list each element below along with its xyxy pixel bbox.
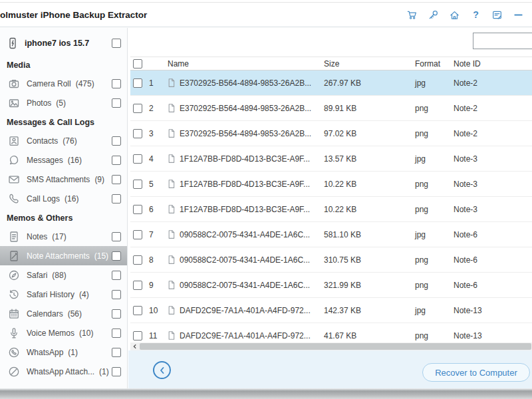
table-row[interactable]: 8090588C2-0075-4341-A4DE-1A6C...310.75 K… <box>130 247 532 273</box>
file-size: 310.75 KB <box>321 255 411 265</box>
file-name: 090588C2-0075-4341-A4DE-1A6C... <box>180 230 321 239</box>
recover-to-computer-button[interactable]: Recover to Computer <box>422 363 530 382</box>
sidebar-item-contacts[interactable]: Contacts(76) <box>0 131 127 150</box>
table-row[interactable]: 61F12A7BB-FD8D-4D13-BC3E-A9F...10.22 KBp… <box>130 197 532 222</box>
sidebar-item-checkbox[interactable] <box>112 367 121 376</box>
sidebar-item-safari[interactable]: Safari(88) <box>0 265 127 285</box>
messages-icon <box>8 154 20 166</box>
row-checkbox[interactable] <box>133 129 142 138</box>
file-size: 13.57 KB <box>321 154 411 164</box>
search-box <box>473 33 532 49</box>
sidebar-item-messages[interactable]: Messages(16) <box>0 150 127 170</box>
sidebar-item-call-logs[interactable]: Call Logs(16) <box>0 189 127 208</box>
table-row[interactable]: 9090588C2-0075-4341-A4DE-1A6C...321.99 K… <box>130 273 532 298</box>
device-checkbox[interactable] <box>112 39 121 48</box>
sidebar-item-photos[interactable]: Photos(5) <box>0 93 127 112</box>
search-input[interactable] <box>473 33 532 49</box>
column-header-name: Name <box>148 59 321 68</box>
sidebar-item-label: WhatsApp <box>27 348 63 357</box>
sidebar-item-checkbox[interactable] <box>112 329 121 338</box>
note-id: Note-6 <box>447 281 532 290</box>
sidebar-item-checkbox[interactable] <box>112 194 121 203</box>
scroll-left-button[interactable] <box>130 342 139 350</box>
row-checkbox[interactable] <box>133 306 142 315</box>
row-checkbox-cell <box>130 247 148 272</box>
table-row[interactable]: 3E3702925-B564-4894-9853-26A2B...97.02 K… <box>130 121 532 146</box>
sidebar-item-checkbox[interactable] <box>112 251 121 261</box>
table-header: Name Size Format Note ID <box>130 57 532 70</box>
sidebar-item-count: (4) <box>79 290 89 299</box>
device-row[interactable]: iphone7 ios 15.7 <box>0 31 127 55</box>
file-icon <box>162 279 180 291</box>
file-format: png <box>411 331 447 340</box>
back-button[interactable] <box>153 361 171 379</box>
sidebar-item-checkbox[interactable] <box>112 232 121 241</box>
sidebar-item-safari-history[interactable]: Safari History(4) <box>0 285 127 304</box>
file-format: png <box>411 281 447 290</box>
sidebar-item-sms-attachments[interactable]: SMS Attachments(9) <box>0 170 127 189</box>
row-checkbox-cell <box>130 298 148 323</box>
file-name: 1F12A7BB-FD8D-4D13-BC3E-A9F... <box>180 205 321 214</box>
sidebar-item-checkbox[interactable] <box>112 290 121 299</box>
sidebar-item-calendars[interactable]: Calendars(56) <box>0 304 127 323</box>
sidebar-item-notes[interactable]: Notes(17) <box>0 227 127 246</box>
row-checkbox-cell <box>130 121 148 146</box>
select-all-checkbox[interactable] <box>133 59 142 68</box>
home-icon[interactable] <box>448 9 460 21</box>
row-checkbox[interactable] <box>133 104 142 113</box>
table-row[interactable]: 51F12A7BB-FD8D-4D13-BC3E-A9F...10.22 KBp… <box>130 172 532 197</box>
table-body: 1E3702925-B564-4894-9853-26A2B...267.97 … <box>130 70 532 342</box>
sidebar-item-note-attachments[interactable]: Note Attachments(15) <box>0 246 127 265</box>
table-row[interactable]: 2E3702925-B564-4894-9853-26A2B...89.91 K… <box>130 96 532 121</box>
sidebar-section-header: Messages & Call Logs <box>0 112 127 131</box>
table-row[interactable]: 41F12A7BB-FD8D-4D13-BC3E-A9F...13.57 KBj… <box>130 146 532 172</box>
row-number: 3 <box>148 129 162 138</box>
row-number: 8 <box>148 255 162 265</box>
sidebar-item-checkbox[interactable] <box>112 309 121 319</box>
row-checkbox-cell <box>130 323 148 342</box>
sidebar-item-whatsapp[interactable]: WhatsApp(1) <box>0 342 127 362</box>
sidebar-item-voice-memos[interactable]: Voice Memos(10) <box>0 323 127 342</box>
note-id: Note-2 <box>447 129 532 138</box>
cart-icon[interactable] <box>406 9 418 21</box>
column-header-format: Format <box>411 59 447 68</box>
row-checkbox[interactable] <box>133 205 142 214</box>
file-format: png <box>411 255 447 265</box>
sidebar-item-checkbox[interactable] <box>112 271 121 280</box>
feedback-icon[interactable] <box>491 9 503 21</box>
file-size: 267.97 KB <box>321 78 411 88</box>
row-checkbox[interactable] <box>133 78 142 88</box>
minimize-icon[interactable] <box>512 9 524 21</box>
row-number: 9 <box>148 281 162 290</box>
row-checkbox[interactable] <box>133 255 142 265</box>
row-checkbox[interactable] <box>133 331 142 340</box>
row-checkbox[interactable] <box>133 154 142 164</box>
sidebar-item-count: (10) <box>79 329 93 338</box>
scrollbar-thumb[interactable] <box>140 343 531 350</box>
table-row[interactable]: 1E3702925-B564-4894-9853-26A2B...267.97 … <box>130 70 532 96</box>
row-checkbox[interactable] <box>133 281 142 290</box>
row-checkbox[interactable] <box>133 230 142 239</box>
note-id: Note-6 <box>447 255 532 265</box>
sidebar-item-checkbox[interactable] <box>112 175 121 184</box>
sidebar-item-whatsapp-attachments[interactable]: WhatsApp Attach...(1) <box>0 362 127 381</box>
sidebar-item-checkbox[interactable] <box>112 348 121 357</box>
table-row[interactable]: 7090588C2-0075-4341-A4DE-1A6C...581.10 K… <box>130 222 532 247</box>
help-icon[interactable]: ? <box>469 9 481 21</box>
row-checkbox-cell <box>130 222 148 247</box>
sidebar-item-camera[interactable]: Camera Roll(475) <box>0 74 127 93</box>
phone-icon <box>7 37 19 49</box>
horizontal-scrollbar[interactable] <box>130 342 532 350</box>
note-id: Note-13 <box>447 306 532 315</box>
sidebar-item-checkbox[interactable] <box>112 156 121 165</box>
sidebar-item-checkbox[interactable] <box>112 136 121 146</box>
row-checkbox[interactable] <box>133 180 142 189</box>
sidebar-section-header: Memos & Others <box>0 208 127 227</box>
file-size: 581.10 KB <box>321 230 411 239</box>
key-icon[interactable] <box>427 9 439 21</box>
table-row[interactable]: 10DAFD2C9E-7A1A-401A-A4FD-972...142.37 K… <box>130 298 532 323</box>
sidebar-item-checkbox[interactable] <box>112 98 121 108</box>
table-row[interactable]: 11DAFD2C9E-7A1A-401A-A4FD-972...41.67 KB… <box>130 323 532 342</box>
file-format: jpg <box>411 154 447 164</box>
sidebar-item-checkbox[interactable] <box>112 79 121 88</box>
